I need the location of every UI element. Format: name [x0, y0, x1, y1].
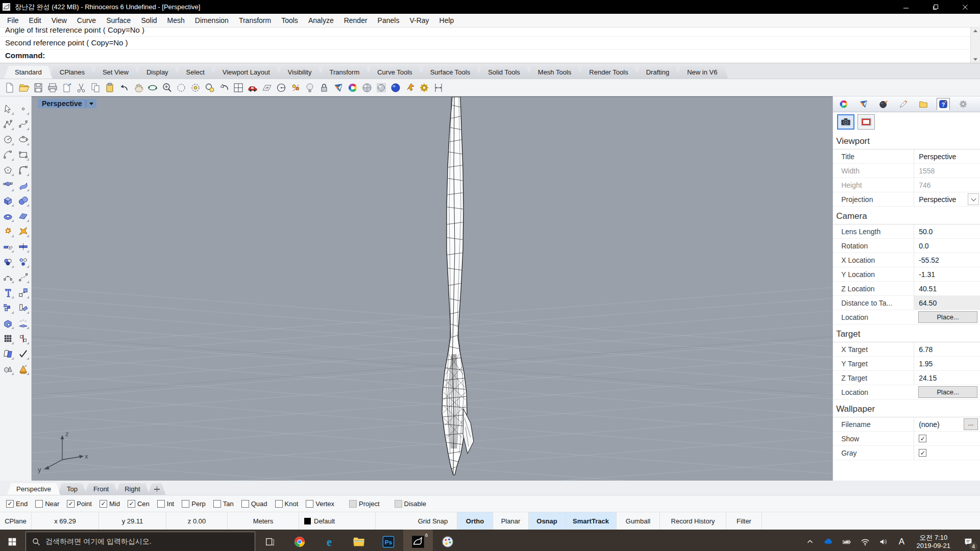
maximize-button[interactable] — [921, 0, 950, 14]
tool-rebuild-curve-icon[interactable] — [17, 271, 30, 284]
print-icon[interactable] — [46, 81, 59, 94]
tool-blend-objects-icon[interactable] — [17, 256, 30, 268]
tool-circle-icon[interactable] — [2, 133, 14, 146]
menu-solid[interactable]: Solid — [136, 14, 162, 27]
vray-tab[interactable] — [857, 98, 870, 110]
vray-frame-icon[interactable] — [332, 81, 345, 94]
tool-check-icon[interactable] — [17, 347, 30, 360]
new-file-icon[interactable] — [3, 81, 16, 94]
circle-center-icon[interactable] — [275, 81, 287, 94]
taskbar-search-input[interactable]: 검색하려면 여기에 입력하십시오. — [26, 532, 255, 551]
tool-arc-icon[interactable] — [2, 148, 14, 161]
render-tab[interactable] — [877, 98, 890, 110]
options-gear-icon[interactable] — [418, 81, 430, 94]
toolbar-tab-standard[interactable]: Standard — [4, 66, 53, 79]
osnap-project-checkbox[interactable] — [349, 500, 357, 508]
tool-rectangle-icon[interactable] — [17, 148, 30, 161]
tool-explode-icon[interactable] — [17, 225, 30, 238]
taskbar-app-edge[interactable]: e — [314, 530, 344, 551]
task-view-button[interactable] — [255, 530, 285, 551]
tool-group-icon[interactable] — [2, 256, 14, 268]
start-button[interactable] — [0, 530, 24, 551]
tool-surface-loft-icon[interactable] — [17, 179, 30, 192]
annotate-tab[interactable] — [897, 98, 910, 110]
tool-scale-icon[interactable] — [17, 286, 30, 299]
osnap-tan-checkbox[interactable] — [213, 500, 221, 508]
browse-button[interactable]: ... — [964, 418, 978, 430]
status-y-29-11[interactable]: y 29.11 — [99, 512, 166, 530]
tool-extrude-icon[interactable] — [17, 317, 30, 330]
status-osnap[interactable]: Osnap — [529, 512, 566, 530]
zoom-window-icon[interactable] — [175, 81, 187, 94]
ime-language-indicator[interactable]: A — [893, 530, 911, 551]
tool-ellipse-icon[interactable] — [17, 133, 30, 146]
menu-surface[interactable]: Surface — [101, 14, 136, 27]
save-icon[interactable] — [32, 81, 44, 94]
viewport-perspective[interactable]: zxy Perspective — [32, 96, 832, 481]
menu-curve[interactable]: Curve — [72, 14, 101, 27]
libraries-tab[interactable] — [917, 98, 930, 110]
annotate-shapes-icon[interactable] — [289, 81, 302, 94]
tool-blocks-icon[interactable] — [2, 302, 14, 314]
menu-dimension[interactable]: Dimension — [190, 14, 234, 27]
menu-file[interactable]: File — [2, 14, 24, 27]
viewport-canvas[interactable]: zxy — [32, 97, 833, 481]
tool-fillet-icon[interactable] — [17, 164, 30, 177]
tool-text-icon[interactable] — [2, 286, 14, 299]
tool-solid-cube-icon[interactable] — [2, 317, 14, 330]
menu-mesh[interactable]: Mesh — [162, 14, 190, 27]
cplane-icon[interactable] — [260, 81, 273, 94]
tool-align-icon[interactable] — [17, 302, 30, 314]
move-car-icon[interactable] — [246, 81, 259, 94]
menu-v-ray[interactable]: V-Ray — [404, 14, 434, 27]
lock-icon[interactable] — [317, 81, 330, 94]
rotate-view-icon[interactable] — [146, 81, 159, 94]
menu-render[interactable]: Render — [339, 14, 373, 27]
osnap-end-checkbox[interactable] — [6, 500, 14, 508]
tool-curve-icon[interactable] — [17, 118, 30, 131]
cut-icon[interactable] — [75, 81, 87, 94]
location-place-button[interactable]: Place... — [918, 386, 977, 398]
toolbar-tab-select[interactable]: Select — [176, 66, 215, 79]
toolbar-tab-mesh-tools[interactable]: Mesh Tools — [527, 66, 582, 79]
status-filter[interactable]: Filter — [726, 512, 762, 530]
osnap-near-checkbox[interactable] — [35, 500, 43, 508]
undo-icon[interactable] — [117, 81, 130, 94]
status-smarttrack[interactable]: SmartTrack — [566, 512, 617, 530]
osnap-point-checkbox[interactable] — [67, 500, 75, 508]
viewport-tab-top[interactable]: Top — [58, 483, 87, 495]
scroll-down-icon[interactable] — [973, 58, 977, 61]
toolbar-tab-set-view[interactable]: Set View — [92, 66, 139, 79]
toolbar-tab-solid-tools[interactable]: Solid Tools — [477, 66, 531, 79]
tray-expand-button[interactable] — [801, 530, 819, 551]
render-sphere-icon[interactable] — [360, 81, 373, 94]
toolbar-tab-transform[interactable]: Transform — [318, 66, 370, 79]
osnap-mid-checkbox[interactable] — [100, 500, 107, 508]
zoom-dynamic-icon[interactable] — [160, 81, 173, 94]
status-gumball[interactable]: Gumball — [617, 512, 660, 530]
status-grid-snap[interactable]: Grid Snap — [409, 512, 457, 530]
viewport-tab-right[interactable]: Right — [115, 483, 149, 495]
osnap-quad-checkbox[interactable] — [241, 500, 249, 508]
taskbar-app-rhino[interactable]: 6 — [403, 530, 433, 551]
properties-tab[interactable] — [837, 98, 850, 110]
onedrive-icon[interactable] — [820, 530, 837, 551]
status-x-69-29[interactable]: x 69.29 — [32, 512, 99, 530]
zoom-target-icon[interactable] — [203, 81, 216, 94]
select-filter-icon[interactable] — [403, 81, 416, 94]
toolbar-tab-curve-tools[interactable]: Curve Tools — [366, 66, 423, 79]
minimize-button[interactable] — [891, 0, 921, 14]
menu-analyze[interactable]: Analyze — [303, 14, 339, 27]
osnap-knot-checkbox[interactable] — [275, 500, 283, 508]
light-icon[interactable] — [303, 81, 316, 94]
copy-clipboard-icon[interactable] — [60, 81, 73, 94]
property-value-dropdown[interactable]: Perspective — [914, 192, 980, 206]
tool-layers-icon[interactable] — [2, 347, 14, 360]
viewport-tab-front[interactable]: Front — [84, 483, 118, 495]
tool-cone-icon[interactable] — [17, 363, 30, 375]
osnap-perp-checkbox[interactable] — [182, 500, 189, 508]
tool-torus-icon[interactable] — [2, 210, 14, 222]
menu-edit[interactable]: Edit — [24, 14, 46, 27]
add-viewport-tab-button[interactable] — [148, 483, 166, 495]
toolbar-tab-render-tools[interactable]: Render Tools — [578, 66, 639, 79]
